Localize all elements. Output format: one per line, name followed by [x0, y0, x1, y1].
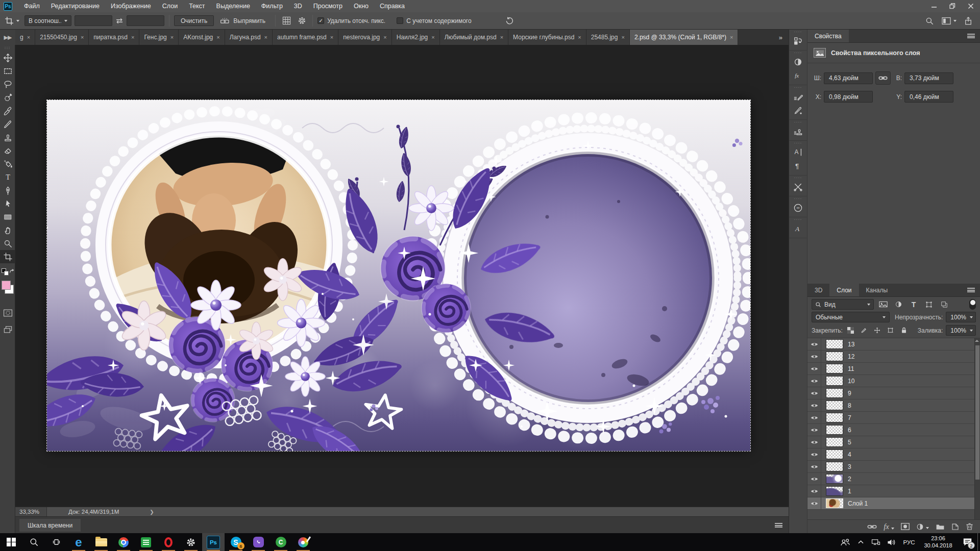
status-options-button[interactable]: ❯ — [150, 509, 154, 515]
y-field[interactable]: 0,46 дюйм — [904, 91, 953, 103]
scroll-up-icon[interactable] — [975, 340, 979, 342]
lasso-tool[interactable] — [0, 78, 15, 91]
show-desktop-button[interactable] — [977, 533, 980, 551]
clear-button[interactable]: Очистить — [174, 15, 214, 26]
screen-mode-button[interactable] — [0, 322, 15, 336]
blend-mode-dropdown[interactable]: Обычные — [812, 312, 890, 322]
aspect-ratio-dropdown[interactable]: В соотнош... — [24, 15, 71, 26]
menu-item-5[interactable]: Выделение — [211, 0, 256, 12]
crop-overlay-options-button[interactable] — [280, 15, 292, 27]
document-tab-5[interactable]: Лагуна.psd× — [225, 30, 273, 45]
menu-item-1[interactable]: Редактирование — [45, 0, 105, 12]
straighten-button[interactable]: Выпрямить — [220, 16, 265, 26]
crop-tool[interactable] — [0, 250, 15, 263]
visibility-toggle[interactable] — [807, 424, 821, 436]
filter-type-layers-icon[interactable]: T — [908, 299, 920, 310]
layer-row-10[interactable]: 3 — [807, 461, 980, 473]
layer-thumbnail[interactable] — [826, 462, 843, 471]
document-tab-3[interactable]: Генс.jpg× — [139, 30, 179, 45]
layer-thumbnail[interactable] — [826, 339, 843, 349]
document-tab-2[interactable]: пиратка.psd× — [89, 30, 139, 45]
brush-presets-panel-icon[interactable] — [789, 104, 807, 117]
zoom-tool[interactable] — [0, 237, 15, 250]
visibility-toggle[interactable] — [807, 363, 821, 374]
taskbar-settings[interactable] — [180, 533, 202, 551]
properties-panel-menu[interactable] — [967, 30, 980, 42]
taskbar-photoshop[interactable]: Ps — [202, 533, 225, 551]
gradient-tool[interactable] — [0, 157, 15, 170]
close-icon[interactable]: × — [216, 34, 219, 40]
layer-row-7[interactable]: 6 — [807, 424, 980, 436]
layer-thumbnail[interactable] — [826, 364, 843, 373]
document-canvas[interactable] — [47, 100, 750, 451]
x-field[interactable]: 0,98 дюйм — [824, 91, 873, 103]
language-indicator[interactable]: РУС — [899, 539, 919, 545]
filter-type-dropdown[interactable]: Вид — [812, 299, 874, 310]
layer-thumbnail[interactable] — [826, 400, 843, 410]
add-mask-button[interactable] — [901, 523, 910, 530]
history-panel-icon[interactable] — [789, 34, 807, 48]
add-adjustment-button[interactable] — [916, 523, 929, 531]
restore-button[interactable] — [943, 0, 962, 12]
menu-item-2[interactable]: Изображение — [105, 0, 157, 12]
crop-width-input[interactable] — [75, 15, 112, 26]
people-button[interactable] — [838, 533, 853, 551]
quick-mask-button[interactable] — [0, 306, 15, 319]
layers-panel-menu[interactable] — [967, 284, 980, 296]
move-tool[interactable] — [0, 51, 15, 64]
action-center-button[interactable]: 2 — [957, 533, 977, 551]
lock-transparency-icon[interactable] — [846, 325, 856, 335]
lock-artboard-icon[interactable] — [886, 325, 896, 335]
document-tab-10[interactable]: Морские глубины.psd× — [508, 30, 586, 45]
document-tab-11[interactable]: 25485.jpg× — [586, 30, 630, 45]
crop-settings-button[interactable] — [296, 15, 308, 27]
layer-row-1[interactable]: 12 — [807, 350, 980, 363]
link-layers-button[interactable] — [867, 523, 877, 530]
glyphs-panel-icon[interactable]: A — [789, 222, 807, 236]
filter-shape-layers-icon[interactable] — [923, 299, 935, 310]
tray-expand-button[interactable] — [853, 533, 868, 551]
layer-thumbnail[interactable] — [826, 352, 843, 361]
filter-adjustment-layers-icon[interactable] — [892, 299, 904, 310]
paragraph-panel-icon[interactable]: ¶ — [789, 159, 807, 173]
crop-height-input[interactable] — [127, 15, 164, 26]
swap-dimensions-button[interactable] — [113, 15, 126, 27]
delete-layer-button[interactable] — [966, 522, 973, 531]
new-group-button[interactable] — [936, 523, 945, 530]
close-icon[interactable]: × — [81, 34, 84, 40]
network-button[interactable] — [868, 533, 884, 551]
minimize-button[interactable] — [925, 0, 943, 12]
document-tab-9[interactable]: Любимый дом.psd× — [440, 30, 508, 45]
layer-thumbnail[interactable] — [826, 376, 843, 386]
taskbar-edge[interactable]: e — [67, 533, 90, 551]
path-selection-tool[interactable] — [0, 197, 15, 210]
eraser-tool[interactable] — [0, 144, 15, 157]
document-tab-4[interactable]: AKonst.jpg× — [179, 30, 225, 45]
close-icon[interactable]: × — [621, 34, 624, 40]
close-icon[interactable]: × — [170, 34, 174, 40]
taskbar-camtasia[interactable]: C — [270, 533, 292, 551]
visibility-toggle[interactable] — [807, 387, 821, 399]
visibility-toggle[interactable] — [807, 399, 821, 411]
layer-thumbnail[interactable] — [826, 413, 843, 422]
brush-tool[interactable] — [0, 117, 15, 131]
canvas-pasteboard[interactable] — [15, 45, 789, 507]
content-aware-checkbox[interactable]: С учетом содержимого — [397, 17, 471, 24]
taskbar-opera[interactable] — [157, 533, 180, 551]
scrollbar-thumb[interactable] — [975, 345, 979, 480]
filter-smart-objects-icon[interactable] — [938, 299, 950, 310]
close-icon[interactable]: × — [383, 34, 386, 40]
layer-row-4[interactable]: 9 — [807, 387, 980, 399]
menu-item-8[interactable]: Просмотр — [308, 0, 348, 12]
clone-stamp-tool[interactable] — [0, 131, 15, 144]
menu-item-4[interactable]: Текст — [183, 0, 210, 12]
document-tab-1[interactable]: 21550450.jpg× — [35, 30, 89, 45]
visibility-toggle[interactable] — [807, 485, 821, 497]
close-icon[interactable]: × — [431, 34, 434, 40]
layer-row-11[interactable]: 2 — [807, 473, 980, 485]
layer-row-5[interactable]: 8 — [807, 399, 980, 412]
menu-item-10[interactable]: Справка — [374, 0, 410, 12]
taskbar-skype[interactable]: S6 — [225, 533, 247, 551]
taskbar-viber[interactable] — [247, 533, 270, 551]
tab-3d[interactable]: 3D — [807, 284, 829, 296]
